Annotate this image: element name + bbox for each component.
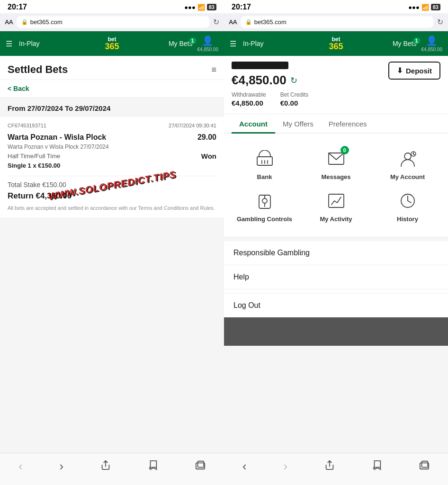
account-header-section: €4,850.00 ↻ Withdrawable €4,850.00 Bet C… bbox=[224, 56, 448, 114]
left-mybets-btn[interactable]: My Bets 1 bbox=[169, 40, 193, 47]
left-inplay-btn[interactable]: In-Play bbox=[19, 40, 40, 47]
bet-credits-value: €0.00 bbox=[280, 99, 308, 107]
right-browser-aa[interactable]: AA bbox=[229, 18, 237, 26]
logout-item[interactable]: Log Out bbox=[224, 293, 448, 317]
account-panel: €4,850.00 ↻ Withdrawable €4,850.00 Bet C… bbox=[224, 56, 448, 453]
left-bookmarks-btn[interactable] bbox=[142, 458, 164, 475]
deposit-button[interactable]: ⬇ Deposit bbox=[388, 62, 440, 80]
messages-badge: 0 bbox=[340, 146, 349, 154]
bottom-dark-area bbox=[224, 317, 448, 346]
right-signal-icon: ●●● bbox=[408, 4, 420, 11]
grid-myactivity[interactable]: My Activity bbox=[300, 185, 372, 227]
right-phone-panel: 20:17 ●●● 📶 83 AA 🔒 bet365.com ↻ ☰ In-Pl… bbox=[224, 0, 448, 485]
bet-return: Return €4,350.00 bbox=[8, 191, 216, 201]
svg-rect-20 bbox=[421, 461, 428, 467]
left-url-bar[interactable]: 🔒 bet365.com bbox=[17, 16, 209, 28]
left-refresh-btn[interactable]: ↻ bbox=[213, 18, 219, 27]
left-share-btn[interactable] bbox=[95, 458, 116, 475]
left-browser-bar: AA 🔒 bet365.com ↻ bbox=[0, 13, 224, 31]
top-balance-section: €4,850.00 ↻ Withdrawable €4,850.00 Bet C… bbox=[232, 62, 440, 107]
right-share-btn[interactable] bbox=[319, 458, 340, 475]
bet-result: Won bbox=[201, 152, 216, 160]
back-button[interactable]: < Back bbox=[0, 80, 224, 98]
right-tabs-btn[interactable] bbox=[413, 458, 435, 475]
tab-account[interactable]: Account bbox=[232, 114, 275, 133]
myactivity-label: My Activity bbox=[320, 216, 352, 223]
settled-bets-header: Settled Bets ≡ bbox=[0, 56, 224, 80]
left-lock-icon: 🔒 bbox=[21, 19, 28, 25]
right-refresh-btn[interactable]: ↻ bbox=[437, 18, 443, 27]
right-account-btn[interactable]: 👤 €4,850.00 bbox=[421, 35, 443, 52]
left-forward-btn[interactable]: › bbox=[54, 457, 70, 476]
right-back-btn[interactable]: ‹ bbox=[237, 457, 252, 476]
history-label: History bbox=[397, 216, 418, 223]
left-status-time: 20:17 bbox=[8, 3, 27, 11]
right-hamburger-icon[interactable]: ☰ bbox=[230, 39, 236, 48]
balance-amount: €4,850.00 bbox=[232, 73, 287, 88]
left-mybets-badge: 1 bbox=[189, 37, 197, 45]
right-bet365-logo[interactable]: bet 365 bbox=[329, 36, 343, 51]
account-menu: Responsible Gambling Help Log Out bbox=[224, 241, 448, 317]
left-menu-icon[interactable]: ≡ bbox=[211, 65, 216, 75]
right-forward-btn[interactable]: › bbox=[278, 457, 294, 476]
myaccount-icon bbox=[397, 148, 419, 170]
bet-odds: 29.00 bbox=[197, 133, 216, 142]
bet-card: CF67453193711 27/07/2024 09:30:41 Warta … bbox=[0, 117, 224, 217]
left-phone-panel: 20:17 ●●● 📶 83 AA 🔒 bet365.com ↻ ☰ In-Pl… bbox=[0, 0, 224, 485]
grid-messages[interactable]: 0 Messages bbox=[300, 143, 372, 185]
right-battery-badge: 83 bbox=[431, 4, 440, 10]
bet-type: Single 1 x €150.00 bbox=[8, 162, 216, 169]
right-mybets-badge: 1 bbox=[413, 37, 421, 45]
grid-bank[interactable]: Bank bbox=[229, 143, 300, 185]
bet-match-row: Warta Poznan - Wisla Plock 29.00 bbox=[8, 133, 216, 142]
left-bet365-logo[interactable]: bet 365 bbox=[105, 36, 119, 51]
left-logo-num: 365 bbox=[105, 42, 119, 51]
left-account-btn[interactable]: 👤 €4,850.00 bbox=[197, 35, 219, 52]
right-url-bar[interactable]: 🔒 bet365.com bbox=[241, 16, 433, 28]
balance-refresh-icon[interactable]: ↻ bbox=[290, 75, 297, 86]
masked-username bbox=[232, 62, 288, 69]
left-hamburger-icon[interactable]: ☰ bbox=[6, 39, 12, 48]
svg-point-13 bbox=[262, 198, 267, 203]
bet-market: Half Time/Full Time bbox=[8, 153, 60, 160]
svg-point-8 bbox=[404, 153, 411, 160]
right-inplay-btn[interactable]: In-Play bbox=[243, 40, 264, 47]
gambling-icon bbox=[254, 190, 276, 212]
messages-label: Messages bbox=[321, 173, 350, 180]
settled-bets-title: Settled Bets bbox=[8, 63, 68, 76]
bet-market-row: Half Time/Full Time Won bbox=[8, 152, 216, 160]
left-panel-content: Settled Bets ≡ < Back From 27/07/2024 To… bbox=[0, 56, 224, 453]
bet-match-name: Warta Poznan - Wisla Plock bbox=[8, 133, 106, 142]
left-account-balance: €4,850.00 bbox=[197, 47, 219, 52]
bet-footer: Total Stake €150.00 Return €4,350.00 All… bbox=[8, 176, 216, 212]
left-browser-aa[interactable]: AA bbox=[5, 18, 13, 26]
left-browser-url: bet365.com bbox=[30, 18, 63, 26]
bet-credits-label: Bet Credits bbox=[280, 91, 308, 98]
right-status-icons: ●●● 📶 83 bbox=[408, 4, 440, 11]
right-safari-bottom: ‹ › bbox=[224, 453, 448, 485]
myaccount-label: My Account bbox=[390, 173, 425, 180]
date-range: From 27/07/2024 To 29/07/2024 bbox=[0, 98, 224, 117]
grid-myaccount[interactable]: My Account bbox=[372, 143, 443, 185]
tab-preferences[interactable]: Preferences bbox=[321, 114, 375, 133]
account-grid: Bank 0 Messages bbox=[224, 134, 448, 237]
right-bookmarks-btn[interactable] bbox=[366, 458, 388, 475]
left-back-btn[interactable]: ‹ bbox=[13, 457, 28, 476]
right-browser-bar: AA 🔒 bet365.com ↻ bbox=[224, 13, 448, 31]
tab-my-offers[interactable]: My Offers bbox=[275, 114, 321, 133]
right-lock-icon: 🔒 bbox=[245, 19, 252, 25]
withdrawable-item: Withdrawable €4,850.00 bbox=[232, 91, 266, 107]
left-account-icon: 👤 bbox=[202, 35, 214, 46]
grid-history[interactable]: History bbox=[372, 185, 443, 227]
help-item[interactable]: Help bbox=[224, 265, 448, 289]
responsible-gambling-item[interactable]: Responsible Gambling bbox=[224, 241, 448, 265]
grid-gambling[interactable]: Gambling Controls bbox=[229, 185, 300, 227]
right-mybets-btn[interactable]: My Bets 1 bbox=[393, 40, 417, 47]
deposit-icon: ⬇ bbox=[397, 66, 403, 75]
history-icon bbox=[397, 190, 419, 212]
bet-terms: All bets are accepted and settled in acc… bbox=[8, 205, 216, 212]
balance-row: €4,850.00 ↻ bbox=[232, 73, 308, 88]
bet-date: 27/07/2024 09:30:41 bbox=[169, 123, 216, 128]
left-tabs-btn[interactable] bbox=[189, 458, 211, 475]
right-account-balance: €4,850.00 bbox=[421, 47, 443, 52]
